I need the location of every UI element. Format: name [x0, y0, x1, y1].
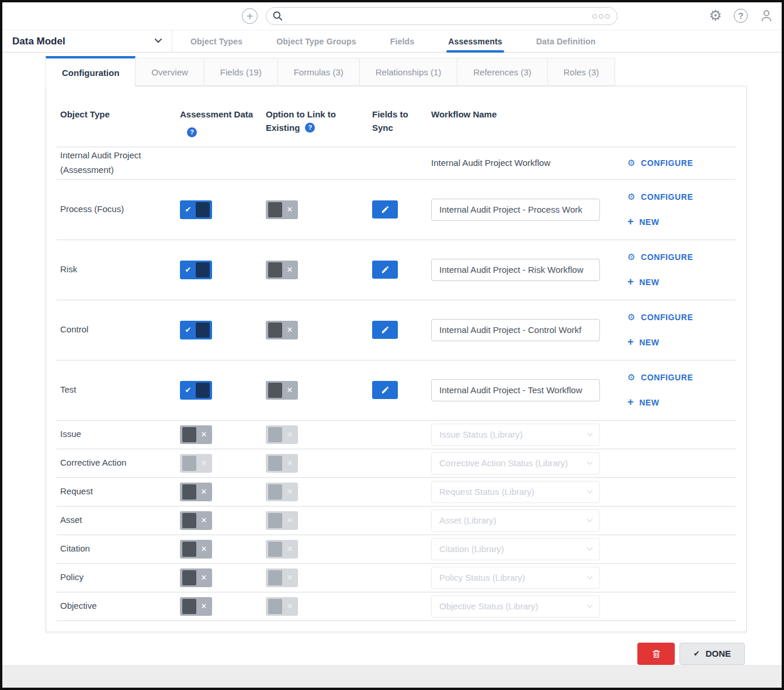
delete-button[interactable] — [637, 643, 675, 665]
x-icon: ✕ — [198, 574, 210, 581]
nav-tab-fields[interactable]: Fields — [388, 30, 417, 52]
workflow-name-input[interactable] — [431, 319, 600, 341]
footer-actions: ✔ DONE — [2, 643, 745, 665]
help-icon[interactable]: ? — [187, 127, 197, 137]
new-button[interactable]: +NEW — [627, 398, 660, 407]
assessment-data-cell: ✔ — [176, 261, 262, 279]
assessment-data-toggle[interactable]: ✕ — [180, 483, 212, 501]
new-button[interactable]: +NEW — [627, 338, 660, 347]
nav-tab-object-type-groups[interactable]: Object Type Groups — [275, 30, 358, 52]
help-icon[interactable]: ? — [305, 123, 315, 133]
tab-roles-3[interactable]: Roles (3) — [548, 58, 616, 86]
workflow-select-value: Citation (Library) — [439, 544, 504, 554]
workflow-select: Policy Status (Library) — [431, 567, 600, 589]
workflow-name-input[interactable] — [431, 199, 600, 221]
assessment-data-toggle[interactable]: ✔ — [180, 321, 212, 339]
tab-configuration[interactable]: Configuration — [46, 56, 136, 86]
settings-icon[interactable]: ⚙ — [709, 8, 722, 23]
search-input[interactable] — [288, 12, 588, 21]
assessment-data-cell: ✕ — [176, 454, 262, 473]
tab-formulas-3[interactable]: Formulas (3) — [278, 58, 360, 86]
assessment-data-toggle[interactable]: ✔ — [180, 200, 212, 219]
ellipsis-icon[interactable] — [592, 14, 610, 19]
configure-button[interactable]: ⚙CONFIGURE — [627, 192, 693, 202]
object-type-cell: Policy — [57, 570, 176, 585]
toggle-knob — [268, 323, 282, 338]
workflow-select: Request Status (Library) — [431, 481, 600, 503]
configure-button[interactable]: ⚙CONFIGURE — [627, 252, 693, 262]
toggle-knob — [268, 570, 282, 585]
assessment-data-toggle[interactable]: ✕ — [180, 540, 212, 559]
workflow-name-cell — [428, 379, 610, 401]
x-icon: ✕ — [198, 602, 210, 610]
new-button[interactable]: +NEW — [627, 217, 660, 227]
link-to-existing-toggle: ✕ — [266, 511, 298, 530]
assessment-data-toggle[interactable]: ✕ — [180, 597, 212, 616]
add-icon[interactable]: + — [242, 8, 258, 24]
configure-button[interactable]: ⚙CONFIGURE — [627, 158, 693, 168]
nav-tab-assessments[interactable]: Assessments — [446, 30, 504, 52]
tab-references-3[interactable]: References (3) — [457, 58, 547, 86]
option-to-link-cell: ✕ — [262, 381, 369, 400]
new-label: NEW — [639, 338, 659, 347]
object-type-cell: Asset — [57, 513, 176, 528]
assessment-data-toggle[interactable]: ✕ — [180, 425, 212, 444]
link-to-existing-toggle[interactable]: ✕ — [266, 200, 298, 219]
object-type-label: Test — [60, 383, 176, 397]
workflow-name-cell: Issue Status (Library) — [428, 424, 610, 446]
fields-to-sync-button[interactable] — [372, 321, 398, 339]
plus-icon: + — [627, 337, 634, 347]
nav-tab-object-types[interactable]: Object Types — [189, 30, 244, 52]
workflow-name-input[interactable] — [431, 379, 600, 401]
fields-to-sync-button[interactable] — [372, 200, 398, 219]
workflow-name-text: Internal Audit Project Workflow — [431, 158, 550, 168]
assessment-data-cell: ✕ — [176, 483, 262, 501]
help-icon[interactable]: ? — [734, 9, 748, 23]
object-type-label: Issue — [60, 427, 176, 442]
assessment-data-toggle[interactable]: ✕ — [180, 511, 212, 530]
link-to-existing-toggle[interactable]: ✕ — [266, 261, 298, 279]
fields-to-sync-button[interactable] — [372, 261, 398, 279]
x-icon: ✕ — [284, 574, 296, 581]
new-label: NEW — [639, 217, 659, 227]
link-to-existing-toggle: ✕ — [266, 425, 298, 444]
new-button[interactable]: +NEW — [627, 278, 660, 287]
object-type-cell: Risk — [57, 262, 176, 277]
configure-button[interactable]: ⚙CONFIGURE — [627, 313, 693, 322]
assessment-data-toggle[interactable]: ✕ — [180, 568, 212, 587]
link-to-existing-toggle[interactable]: ✕ — [266, 381, 298, 400]
profile-icon[interactable] — [759, 9, 773, 23]
fields-to-sync-button[interactable] — [372, 381, 398, 399]
tab-relationships-1[interactable]: Relationships (1) — [360, 58, 458, 86]
workflow-name-cell: Corrective Action Status (Library) — [428, 452, 610, 474]
sub-tabs: ConfigurationOverviewFields (19)Formulas… — [46, 56, 782, 86]
link-to-existing-toggle: ✕ — [266, 454, 298, 473]
toggle-knob — [182, 599, 196, 614]
done-button[interactable]: ✔ DONE — [679, 643, 745, 665]
pencil-icon — [381, 265, 390, 274]
toggle-knob — [182, 513, 196, 528]
workflow-select: Citation (Library) — [431, 538, 600, 560]
assessment-data-cell: ✕ — [176, 540, 262, 559]
assessment-data-toggle[interactable]: ✔ — [180, 381, 212, 400]
option-to-link-cell: ✕ — [262, 597, 369, 616]
object-type-cell: Process (Focus) — [57, 202, 176, 217]
link-to-existing-toggle[interactable]: ✕ — [266, 321, 298, 339]
toggle-knob — [268, 262, 282, 278]
search-bar[interactable] — [266, 7, 618, 25]
x-icon: ✕ — [284, 488, 296, 495]
nav-tab-data-definition[interactable]: Data Definition — [535, 30, 598, 52]
option-to-link-cell: ✕ — [262, 321, 369, 339]
object-type-cell: Objective — [57, 599, 176, 613]
object-type-cell: Internal Audit Project(Assessment) — [57, 148, 176, 178]
toggle-knob — [268, 383, 282, 398]
tab-fields-19[interactable]: Fields (19) — [204, 58, 278, 86]
object-type-label: Process (Focus) — [60, 202, 176, 217]
tab-overview[interactable]: Overview — [136, 58, 204, 86]
workflow-name-input[interactable] — [431, 259, 600, 281]
assessment-data-cell: ✕ — [176, 511, 262, 530]
model-selector[interactable]: Data Model — [2, 30, 172, 52]
configure-button[interactable]: ⚙CONFIGURE — [627, 373, 693, 382]
assessment-data-toggle[interactable]: ✔ — [180, 261, 212, 279]
plus-icon: + — [627, 216, 634, 227]
